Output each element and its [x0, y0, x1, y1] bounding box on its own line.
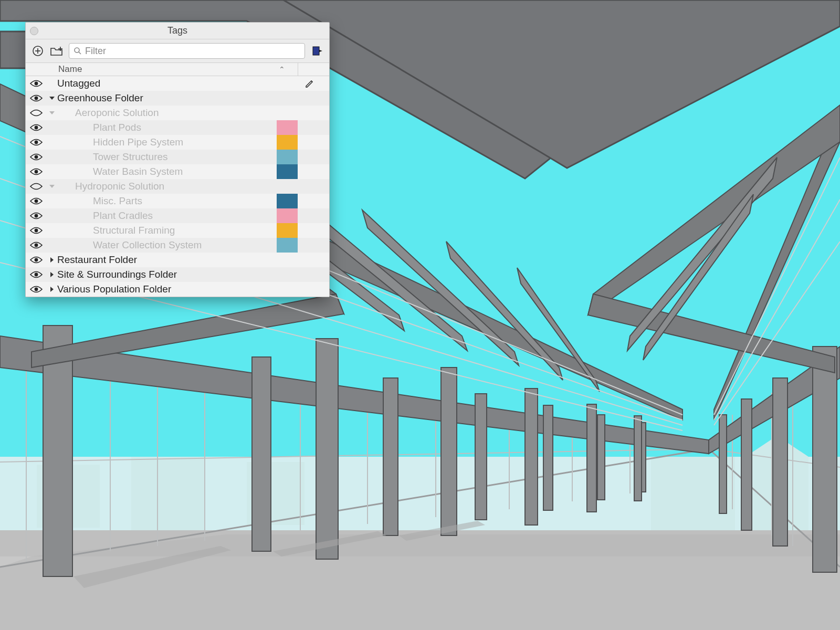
disclosure-arrow-icon[interactable] — [47, 257, 57, 263]
tag-label: Plant Cradles — [93, 210, 153, 222]
svg-point-89 — [35, 155, 38, 159]
svg-point-96 — [35, 273, 38, 277]
visibility-toggle[interactable] — [26, 123, 47, 132]
color-swatch[interactable] — [277, 238, 298, 253]
svg-rect-49 — [741, 399, 752, 530]
tag-row[interactable]: Restaurant Folder — [26, 253, 329, 267]
visibility-toggle[interactable] — [26, 270, 47, 279]
svg-rect-39 — [543, 405, 553, 510]
tag-row[interactable]: Tower Structures — [26, 150, 329, 164]
visibility-toggle[interactable] — [26, 79, 47, 88]
tag-row[interactable]: Aeroponic Solution — [26, 106, 329, 120]
svg-rect-38 — [475, 394, 487, 520]
svg-point-85 — [35, 82, 38, 86]
tag-label: Untagged — [57, 78, 100, 89]
color-swatch[interactable] — [277, 120, 298, 135]
tag-label: Various Population Folder — [57, 284, 171, 295]
tag-label: Tower Structures — [93, 151, 168, 163]
tag-label: Site & Surroundings Folder — [57, 269, 177, 280]
tag-label: Greenhouse Folder — [57, 92, 143, 104]
svg-rect-50 — [719, 415, 727, 513]
visibility-toggle[interactable] — [26, 197, 47, 205]
panel-title: Tags — [26, 25, 329, 36]
tag-label: Aeroponic Solution — [75, 107, 159, 119]
svg-rect-47 — [813, 346, 837, 572]
tag-label: Misc. Parts — [93, 195, 142, 207]
color-swatch[interactable] — [277, 223, 298, 238]
svg-point-90 — [35, 170, 38, 174]
disclosure-arrow-icon[interactable] — [47, 110, 57, 116]
visibility-toggle[interactable] — [26, 256, 47, 264]
sort-caret-icon[interactable]: ⌃ — [279, 65, 285, 74]
tag-row[interactable]: Untagged — [26, 76, 329, 91]
column-header[interactable]: Name ⌃ — [26, 62, 329, 76]
svg-rect-48 — [773, 378, 788, 546]
color-swatch[interactable] — [277, 135, 298, 150]
svg-point-86 — [35, 97, 38, 100]
visibility-toggle[interactable] — [26, 138, 47, 146]
details-button[interactable] — [310, 44, 324, 58]
tag-label: Plant Pods — [93, 122, 141, 133]
disclosure-arrow-icon[interactable] — [47, 286, 57, 292]
svg-point-92 — [35, 214, 38, 218]
visibility-toggle[interactable] — [26, 226, 47, 235]
visibility-toggle[interactable] — [26, 167, 47, 176]
filter-input[interactable]: Filter — [69, 43, 305, 59]
svg-rect-84 — [313, 47, 319, 55]
tag-row[interactable]: Site & Surroundings Folder — [26, 267, 329, 282]
disclosure-arrow-icon[interactable] — [47, 95, 57, 101]
svg-point-88 — [35, 141, 38, 144]
svg-point-91 — [35, 200, 38, 203]
tag-row[interactable]: Hydroponic Solution — [26, 179, 329, 194]
svg-point-93 — [35, 229, 38, 233]
add-tag-button[interactable] — [31, 44, 45, 58]
disclosure-arrow-icon[interactable] — [47, 183, 57, 190]
panel-toolbar: Filter — [26, 39, 329, 62]
color-swatch[interactable] — [277, 208, 298, 223]
visibility-toggle[interactable] — [26, 153, 47, 161]
visibility-toggle[interactable] — [26, 182, 47, 191]
svg-rect-6 — [131, 457, 205, 530]
visibility-toggle[interactable] — [26, 212, 47, 220]
visibility-toggle[interactable] — [26, 109, 47, 117]
svg-point-87 — [35, 126, 38, 130]
color-swatch[interactable] — [277, 150, 298, 164]
tag-row[interactable]: Plant Pods — [26, 120, 329, 135]
svg-point-94 — [35, 244, 38, 247]
visibility-toggle[interactable] — [26, 94, 47, 102]
visibility-toggle[interactable] — [26, 285, 47, 293]
svg-rect-45 — [587, 404, 596, 512]
color-swatch[interactable] — [277, 194, 298, 208]
tag-label: Restaurant Folder — [57, 254, 137, 266]
tag-row[interactable]: Greenhouse Folder — [26, 91, 329, 106]
filter-placeholder: Filter — [85, 46, 106, 57]
column-name: Name — [58, 64, 82, 75]
disclosure-arrow-icon[interactable] — [47, 271, 57, 278]
color-swatch[interactable] — [277, 164, 298, 179]
panel-titlebar[interactable]: Tags — [26, 23, 329, 39]
svg-rect-44 — [525, 388, 538, 525]
edit-icon[interactable] — [305, 79, 314, 88]
tag-row[interactable]: Water Collection System — [26, 238, 329, 253]
tag-rows: UntaggedGreenhouse FolderAeroponic Solut… — [26, 76, 329, 297]
tag-label: Hydroponic Solution — [75, 181, 164, 192]
svg-rect-37 — [383, 378, 398, 536]
tag-row[interactable]: Hidden Pipe System — [26, 135, 329, 150]
svg-rect-43 — [441, 368, 457, 536]
add-tag-folder-button[interactable] — [50, 44, 64, 58]
tag-row[interactable]: Structural Framing — [26, 223, 329, 238]
svg-line-83 — [79, 52, 81, 54]
svg-point-82 — [75, 48, 79, 52]
tag-label: Hidden Pipe System — [93, 136, 183, 148]
tag-row[interactable]: Plant Cradles — [26, 208, 329, 223]
visibility-toggle[interactable] — [26, 241, 47, 249]
tag-row[interactable]: Misc. Parts — [26, 194, 329, 208]
tag-row[interactable]: Various Population Folder — [26, 282, 329, 297]
search-icon — [74, 47, 82, 55]
column-color — [298, 63, 329, 76]
svg-rect-46 — [634, 416, 642, 501]
svg-point-95 — [35, 258, 38, 262]
tag-label: Water Basin System — [93, 166, 183, 177]
tag-row[interactable]: Water Basin System — [26, 164, 329, 179]
svg-rect-40 — [597, 415, 605, 500]
